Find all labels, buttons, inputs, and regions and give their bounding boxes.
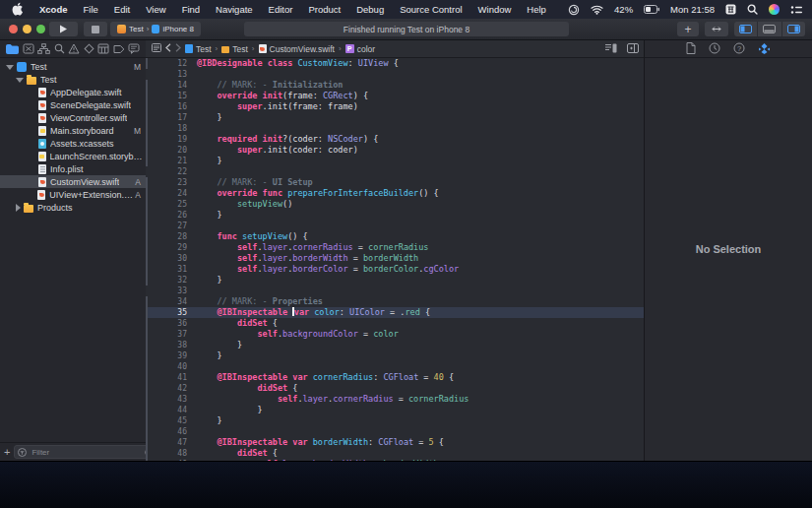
stop-button[interactable]: [84, 22, 107, 36]
find-navigator-icon[interactable]: [54, 40, 65, 58]
code-line-47[interactable]: 47 @IBInspectable var borderWidth: CGFlo…: [146, 437, 645, 448]
code-text[interactable]: self.backgroundColor = color: [197, 329, 399, 340]
line-number[interactable]: 14: [150, 80, 187, 91]
code-text[interactable]: }: [197, 350, 222, 361]
code-text[interactable]: // MARK: - Properties: [197, 296, 323, 307]
disclosure-triangle[interactable]: [16, 78, 24, 83]
menu-item-navigate[interactable]: Navigate: [216, 4, 253, 15]
related-items-icon[interactable]: [152, 43, 161, 54]
tree-item-viewcontroller-swift[interactable]: ViewController.swift: [0, 111, 146, 124]
line-number[interactable]: 22: [150, 166, 187, 177]
tree-item-products[interactable]: Products: [0, 201, 146, 214]
menu-item-file[interactable]: File: [84, 4, 98, 15]
line-number[interactable]: 29: [150, 242, 187, 253]
history-inspector-icon[interactable]: [709, 40, 720, 58]
line-number[interactable]: 42: [150, 383, 187, 394]
file-inspector-icon[interactable]: [686, 40, 696, 58]
code-line-48[interactable]: 48 didSet {: [146, 448, 645, 459]
line-number[interactable]: 38: [150, 340, 187, 350]
line-number[interactable]: 33: [150, 286, 187, 296]
notification-center-icon[interactable]: [790, 5, 802, 15]
line-number[interactable]: 31: [150, 264, 187, 275]
menu-item-find[interactable]: Find: [182, 4, 200, 15]
inspector-panel-toggle[interactable]: [782, 22, 805, 36]
line-number[interactable]: 20: [150, 145, 187, 156]
code-text[interactable]: }: [197, 415, 222, 426]
code-text[interactable]: func setupView() {: [197, 231, 308, 242]
code-line-29[interactable]: 29 self.layer.cornerRadius = cornerRadiu…: [146, 242, 645, 253]
accessibility-inspector-icon[interactable]: [758, 40, 771, 58]
code-line-45[interactable]: 45 }: [146, 415, 645, 426]
code-text[interactable]: didSet {: [197, 318, 278, 329]
code-line-42[interactable]: 42 didSet {: [146, 383, 645, 394]
tree-item-launchscreen-storyboard[interactable]: LaunchScreen.storyboard: [0, 150, 146, 162]
code-text[interactable]: super.init(frame: frame): [197, 101, 358, 112]
code-line-37[interactable]: 37 self.backgroundColor = color: [146, 329, 645, 340]
battery-icon[interactable]: [644, 5, 659, 14]
line-number[interactable]: 39: [150, 350, 187, 361]
code-line-24[interactable]: 24 override func prepareForInterfaceBuil…: [146, 188, 645, 199]
code-text[interactable]: }: [197, 405, 263, 415]
line-number[interactable]: 26: [150, 210, 187, 221]
code-line-17[interactable]: 17 }: [146, 112, 645, 123]
menu-item-window[interactable]: Window: [478, 4, 512, 15]
line-number[interactable]: 25: [150, 199, 187, 210]
line-number[interactable]: 23: [150, 177, 187, 188]
code-line-43[interactable]: 43 self.layer.cornerRadius = cornerRadiu…: [146, 394, 645, 405]
line-number[interactable]: 46: [150, 426, 187, 437]
breadcrumb-color[interactable]: Pcolor: [345, 44, 375, 54]
menu-item-help[interactable]: Help: [527, 4, 546, 15]
code-line-20[interactable]: 20 super.init(coder: coder): [146, 145, 645, 156]
tree-item-test[interactable]: TestM: [0, 60, 146, 73]
window-zoom-button[interactable]: [36, 25, 45, 33]
line-number[interactable]: 24: [150, 188, 187, 199]
debug-navigator-icon[interactable]: [97, 40, 109, 58]
code-text[interactable]: setupView(): [197, 199, 292, 210]
report-navigator-icon[interactable]: [128, 40, 140, 58]
line-number[interactable]: 43: [150, 394, 187, 405]
line-number[interactable]: 28: [150, 231, 187, 242]
line-number[interactable]: 30: [150, 253, 187, 264]
siri-icon[interactable]: [769, 4, 780, 15]
code-line-13[interactable]: 13: [146, 69, 645, 80]
line-number[interactable]: 32: [150, 275, 187, 286]
code-line-26[interactable]: 26 }: [146, 210, 645, 221]
code-text[interactable]: }: [197, 156, 222, 166]
line-number[interactable]: 12: [150, 58, 187, 69]
code-text[interactable]: @IBInspectable var cornerRadius: CGFloat…: [197, 372, 454, 383]
code-review-icon[interactable]: [604, 43, 617, 55]
breadcrumb-test[interactable]: Test: [185, 44, 212, 54]
code-text[interactable]: @IBInspectable var color: UIColor = .red…: [197, 307, 430, 318]
code-text[interactable]: // MARK: - Initialization: [197, 80, 343, 91]
tree-item-appdelegate-swift[interactable]: AppDelegate.swift: [0, 86, 146, 98]
line-number[interactable]: 18: [150, 123, 187, 134]
forward-button[interactable]: [175, 43, 181, 54]
code-text[interactable]: }: [197, 275, 222, 286]
code-text[interactable]: didSet {: [197, 383, 297, 394]
line-number[interactable]: 19: [150, 134, 187, 145]
code-text[interactable]: self.layer.cornerRadius = cornerRadius: [197, 242, 428, 253]
code-line-21[interactable]: 21 }: [146, 156, 645, 166]
code-text[interactable]: }: [197, 340, 242, 350]
menu-item-source-control[interactable]: Source Control: [400, 4, 462, 15]
code-line-36[interactable]: 36 didSet {: [146, 318, 645, 329]
debug-area-toggle[interactable]: [758, 22, 781, 36]
window-close-button[interactable]: [9, 25, 18, 33]
code-line-19[interactable]: 19 required init?(coder: NSCoder) {: [146, 134, 645, 145]
code-line-14[interactable]: 14 // MARK: - Initialization: [146, 80, 645, 91]
quick-help-icon[interactable]: ?: [733, 40, 745, 58]
line-number[interactable]: 36: [150, 318, 187, 329]
code-text[interactable]: // MARK: - UI Setup: [197, 177, 313, 188]
input-source-icon[interactable]: [725, 4, 736, 15]
tree-item-info-plist[interactable]: Info.plist: [0, 162, 146, 175]
line-number[interactable]: 37: [150, 329, 187, 340]
code-line-34[interactable]: 34 // MARK: - Properties: [146, 296, 645, 307]
tree-item-main-storyboard[interactable]: Main.storyboardM: [0, 124, 146, 137]
code-text[interactable]: didSet {: [197, 448, 278, 459]
code-text[interactable]: override init(frame: CGRect) {: [197, 91, 368, 101]
line-number[interactable]: 15: [150, 91, 187, 101]
code-text[interactable]: self.layer.borderWidth = borderWidth: [197, 253, 418, 264]
code-line-38[interactable]: 38 }: [146, 340, 645, 350]
code-text[interactable]: @IBInspectable var borderWidth: CGFloat …: [197, 437, 444, 448]
code-line-44[interactable]: 44 }: [146, 405, 645, 415]
